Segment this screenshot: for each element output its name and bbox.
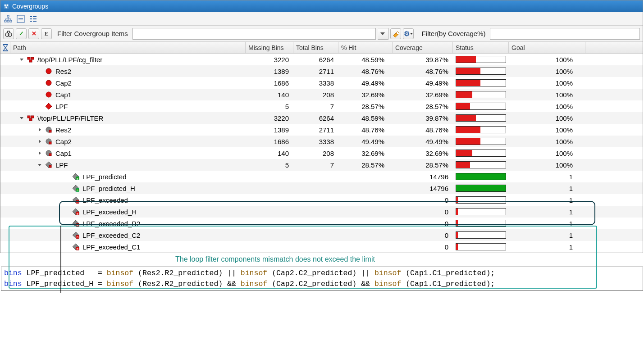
cell-status xyxy=(453,138,509,145)
expander-spacer xyxy=(37,68,43,74)
col-missing[interactable]: Missing Bins xyxy=(246,42,293,53)
table-row[interactable]: Res21389271148.76%48.76%100% xyxy=(0,65,643,77)
svg-rect-28 xyxy=(29,118,32,121)
table-row[interactable]: BLPF_exceeded_C201 xyxy=(0,229,643,241)
status-bar xyxy=(456,138,506,145)
filter2-input[interactable] xyxy=(490,28,640,40)
svg-point-23 xyxy=(46,68,51,74)
table-row[interactable]: BLPF_predicted_H147961 xyxy=(0,182,643,194)
col-status[interactable]: Status xyxy=(453,42,509,53)
cell-cov: 0 xyxy=(393,243,453,251)
svg-rect-20 xyxy=(27,57,30,59)
cell-total: 208 xyxy=(293,91,338,99)
table-row[interactable]: BLPF_exceeded_R201 xyxy=(0,218,643,229)
status-bar xyxy=(456,103,506,110)
cell-cov: 0 xyxy=(393,196,453,204)
binoculars-button[interactable] xyxy=(3,28,14,39)
table-row[interactable]: BLPF_exceeded01 xyxy=(0,194,643,206)
window-title: Covergroups xyxy=(12,3,48,10)
cell-status xyxy=(453,173,509,180)
table-row[interactable]: Cap21686333849.49%49.49%100% xyxy=(0,77,643,89)
bin-red-icon: B xyxy=(72,208,80,216)
circle-minus-icon[interactable] xyxy=(16,14,26,24)
table-row[interactable]: LPF5728.57%28.57%100% xyxy=(0,100,643,112)
cell-status xyxy=(453,231,509,239)
filter-dropdown[interactable] xyxy=(378,28,388,40)
cell-goal: 100% xyxy=(509,150,585,157)
expander-icon[interactable] xyxy=(37,127,43,133)
cell-status xyxy=(453,243,509,250)
cell-cov: 0 xyxy=(393,231,453,239)
cell-miss: 3220 xyxy=(246,56,293,63)
e-button[interactable]: E xyxy=(41,28,52,39)
col-coverage[interactable]: Coverage xyxy=(393,42,453,53)
col-path[interactable]: Path xyxy=(10,42,246,53)
cell-status xyxy=(453,196,509,204)
hourglass-icon[interactable] xyxy=(0,42,10,53)
expander-icon[interactable] xyxy=(18,56,25,63)
bin-red-icon: B xyxy=(72,231,80,239)
svg-text:B: B xyxy=(77,201,78,204)
table-row[interactable]: Res21389271148.76%48.76%100% xyxy=(0,124,643,136)
cell-goal: 100% xyxy=(509,114,585,122)
expander-icon[interactable] xyxy=(37,138,43,145)
cell-status xyxy=(453,103,509,110)
status-bar xyxy=(456,56,506,63)
status-bar xyxy=(456,196,506,204)
table-row[interactable]: Cap114020832.69%32.69%100% xyxy=(0,89,643,100)
cell-miss: 140 xyxy=(246,150,293,157)
hierarchy-icon[interactable] xyxy=(3,14,13,24)
svg-rect-27 xyxy=(31,116,34,118)
svg-text:B: B xyxy=(77,177,78,180)
eraser-button[interactable] xyxy=(390,28,401,39)
status-bar xyxy=(456,185,506,192)
cell-goal: 100% xyxy=(509,68,585,75)
table-row[interactable]: BLPF_predicted147961 xyxy=(0,171,643,182)
table-row[interactable]: Cap21686333849.49%49.49%100% xyxy=(0,136,643,147)
expander-icon[interactable] xyxy=(18,115,25,121)
svg-rect-22 xyxy=(29,60,32,62)
status-bar xyxy=(456,173,506,180)
table-row[interactable]: BLPF_exceeded_H01 xyxy=(0,206,643,218)
cell-goal: 1 xyxy=(509,220,585,227)
filter-input[interactable] xyxy=(132,28,376,40)
expander-icon[interactable] xyxy=(37,150,43,156)
cell-goal: 1 xyxy=(509,173,585,181)
settings-button[interactable]: ⚙ xyxy=(403,28,414,39)
cell-miss: 3220 xyxy=(246,114,293,122)
table-row[interactable]: LPF5728.57%28.57%100% xyxy=(0,159,643,171)
cell-miss: 1389 xyxy=(246,126,293,134)
col-hit[interactable]: % Hit xyxy=(338,42,393,53)
cell-miss: 1686 xyxy=(246,138,293,145)
col-total[interactable]: Total Bins xyxy=(293,42,338,53)
cell-goal: 1 xyxy=(509,208,585,216)
row-label: /top/PLL/LPF/cg_filter xyxy=(37,56,102,63)
apply-button[interactable]: ✓ xyxy=(16,28,27,39)
list-icon[interactable] xyxy=(28,14,38,24)
cell-hit: 48.59% xyxy=(338,56,393,63)
expander-spacer xyxy=(37,103,43,109)
row-label: LPF_predicted xyxy=(82,173,127,181)
cell-goal: 1 xyxy=(509,196,585,204)
cell-goal: 100% xyxy=(509,161,585,169)
cell-total: 6264 xyxy=(293,56,338,63)
table-row[interactable]: \/top/PLL/LPF/FILTER3220626448.59%39.87%… xyxy=(0,112,643,124)
cell-hit: 32.69% xyxy=(338,150,393,157)
cell-status xyxy=(453,91,509,98)
table-row[interactable]: Cap114020832.69%32.69%100% xyxy=(0,147,643,159)
expander-icon[interactable] xyxy=(37,162,43,168)
table-row[interactable]: /top/PLL/LPF/cg_filter3220626448.59%39.8… xyxy=(0,54,643,65)
row-label: LPF_exceeded_C2 xyxy=(82,231,140,239)
row-label: Cap1 xyxy=(55,150,72,157)
table-row[interactable]: BLPF_exceeded_C101 xyxy=(0,241,643,253)
cell-status xyxy=(453,79,509,86)
covergroup-icon xyxy=(27,55,35,63)
titlebar[interactable]: Covergroups xyxy=(0,0,643,12)
cell-goal: 100% xyxy=(509,126,585,134)
row-label: Res2 xyxy=(55,126,71,134)
cell-cov: 32.69% xyxy=(393,91,453,99)
cell-cov: 0 xyxy=(393,220,453,227)
table-header: Path Missing Bins Total Bins % Hit Cover… xyxy=(0,42,643,54)
clear-button[interactable]: ✕ xyxy=(28,28,39,39)
col-goal[interactable]: Goal xyxy=(509,42,585,53)
